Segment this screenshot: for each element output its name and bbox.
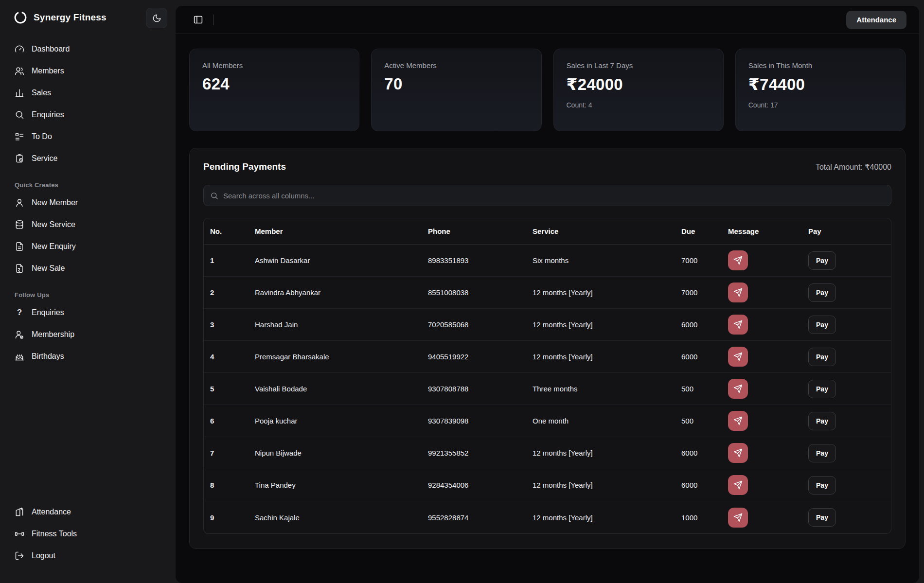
pay-button[interactable]: Pay	[808, 348, 836, 366]
sidebar-item-new-enquiry[interactable]: New Enquiry	[10, 236, 166, 256]
cell-due: 500	[675, 417, 722, 425]
cell-service: Three months	[526, 385, 675, 393]
sidebar-item-label: Dashboard	[32, 45, 70, 53]
pay-button[interactable]: Pay	[808, 283, 836, 302]
app-title: Synergy Fitness	[34, 12, 107, 23]
panel-title: Pending Payments	[203, 161, 286, 172]
sidebar-item-label: Enquiries	[32, 110, 64, 119]
cell-member: Nipun Bijwade	[249, 449, 422, 457]
sidebar-item-label: To Do	[32, 132, 52, 141]
sidebar-item-service[interactable]: Service	[10, 148, 166, 168]
cell-no: 2	[204, 288, 249, 297]
pay-button[interactable]: Pay	[808, 508, 836, 527]
send-icon	[733, 384, 743, 393]
cell-no: 4	[204, 353, 249, 361]
sidebar-item-label: Membership	[32, 330, 74, 339]
cell-phone: 9307839098	[422, 417, 526, 425]
stats-row: All Members 624 Active Members 70 Sales …	[176, 34, 919, 131]
send-message-button[interactable]	[728, 379, 748, 399]
theme-toggle-button[interactable]	[146, 8, 167, 28]
send-message-button[interactable]	[728, 411, 748, 431]
sidebar-item-dashboard[interactable]: Dashboard	[10, 39, 166, 59]
cell-member: Premsagar Bharsakale	[249, 353, 422, 361]
sidebar-item-members[interactable]: Members	[10, 61, 166, 81]
main-nav: Dashboard Members Sales Enquiries To Do	[10, 39, 166, 168]
attendance-button[interactable]: Attendance	[846, 11, 906, 29]
pay-button[interactable]: Pay	[808, 476, 836, 495]
pay-button[interactable]: Pay	[808, 444, 836, 462]
sidebar-item-attendance[interactable]: Attendance	[10, 502, 166, 522]
send-message-button[interactable]	[728, 250, 748, 270]
col-due: Due	[675, 227, 722, 235]
cell-member: Vaishali Bodade	[249, 385, 422, 393]
sidebar-item-label: Members	[32, 67, 64, 75]
list-todo-icon	[15, 132, 24, 141]
cell-no: 8	[204, 481, 249, 489]
cell-due: 6000	[675, 353, 722, 361]
cell-service: 12 months [Yearly]	[526, 449, 675, 457]
question-mark-icon: ?	[15, 308, 24, 318]
pay-button[interactable]: Pay	[808, 316, 836, 334]
search-input[interactable]	[223, 192, 885, 200]
cell-service: 12 months [Yearly]	[526, 320, 675, 329]
sidebar-item-fitness-tools[interactable]: Fitness Tools	[10, 524, 166, 544]
cell-service: 12 months [Yearly]	[526, 481, 675, 489]
cell-member: Sachin Kajale	[249, 513, 422, 522]
sidebar-item-followup-membership[interactable]: Membership	[10, 324, 166, 344]
cell-phone: 9552828874	[422, 513, 526, 522]
cell-no: 1	[204, 256, 249, 265]
cell-service: 12 months [Yearly]	[526, 513, 675, 522]
stat-card-sales-7-days: Sales in Last 7 Days ₹24000 Count: 4	[553, 49, 724, 131]
cell-no: 5	[204, 385, 249, 393]
cell-phone: 9284354006	[422, 481, 526, 489]
logo-icon	[14, 11, 27, 24]
table-row: 5 Vaishali Bodade 9307808788 Three month…	[204, 373, 891, 405]
sidebar-item-followup-birthdays[interactable]: Birthdays	[10, 346, 166, 366]
sidebar-item-followup-enquiries[interactable]: ? Enquiries	[10, 302, 166, 322]
stat-count: Count: 17	[748, 101, 892, 109]
quick-creates-nav: New Member New Service New Enquiry New S…	[10, 193, 166, 278]
send-icon	[733, 352, 743, 361]
cell-member: Harshad Jain	[249, 320, 422, 329]
cell-member: Ashwin Dasarkar	[249, 256, 422, 265]
sidebar-item-label: Sales	[32, 88, 51, 97]
sidebar-item-label: Service	[32, 154, 57, 163]
sidebar-item-new-member[interactable]: New Member	[10, 193, 166, 212]
pay-button[interactable]: Pay	[808, 412, 836, 430]
send-icon	[733, 480, 743, 490]
search-icon	[15, 110, 24, 120]
sidebar-item-new-service[interactable]: New Service	[10, 214, 166, 234]
cell-due: 7000	[675, 256, 722, 265]
sidebar-item-enquiries[interactable]: Enquiries	[10, 105, 166, 124]
stat-card-all-members: All Members 624	[189, 49, 359, 131]
send-message-button[interactable]	[728, 475, 748, 495]
stat-label: Sales in Last 7 Days	[567, 61, 711, 70]
pay-button[interactable]: Pay	[808, 251, 836, 270]
stat-count: Count: 4	[567, 101, 711, 109]
send-message-button[interactable]	[728, 315, 748, 335]
cell-no: 9	[204, 513, 249, 522]
table-header: No. Member Phone Service Due Message Pay	[204, 218, 891, 245]
send-message-button[interactable]	[728, 443, 748, 463]
sidebar: Synergy Fitness Dashboard Members Sales	[0, 0, 176, 583]
sidebar-item-new-sale[interactable]: New Sale	[10, 258, 166, 278]
send-icon	[733, 513, 743, 522]
send-icon	[733, 416, 743, 425]
stat-card-sales-month: Sales in This Month ₹74400 Count: 17	[735, 49, 906, 131]
sidebar-item-sales[interactable]: Sales	[10, 83, 166, 103]
send-message-button[interactable]	[728, 508, 748, 528]
stat-count	[202, 101, 346, 108]
sidebar-item-logout[interactable]: Logout	[10, 546, 166, 565]
sidebar-toggle-button[interactable]	[193, 15, 203, 25]
table-row: 9 Sachin Kajale 9552828874 12 months [Ye…	[204, 501, 891, 533]
send-message-button[interactable]	[728, 347, 748, 367]
sidebar-item-label: New Member	[32, 198, 78, 207]
col-no: No.	[204, 227, 249, 235]
brand: Synergy Fitness	[10, 8, 166, 28]
sidebar-item-todo[interactable]: To Do	[10, 126, 166, 146]
send-message-button[interactable]	[728, 283, 748, 302]
pay-button[interactable]: Pay	[808, 380, 836, 398]
cell-due: 6000	[675, 449, 722, 457]
cake-icon	[15, 352, 24, 361]
send-icon	[733, 256, 743, 265]
